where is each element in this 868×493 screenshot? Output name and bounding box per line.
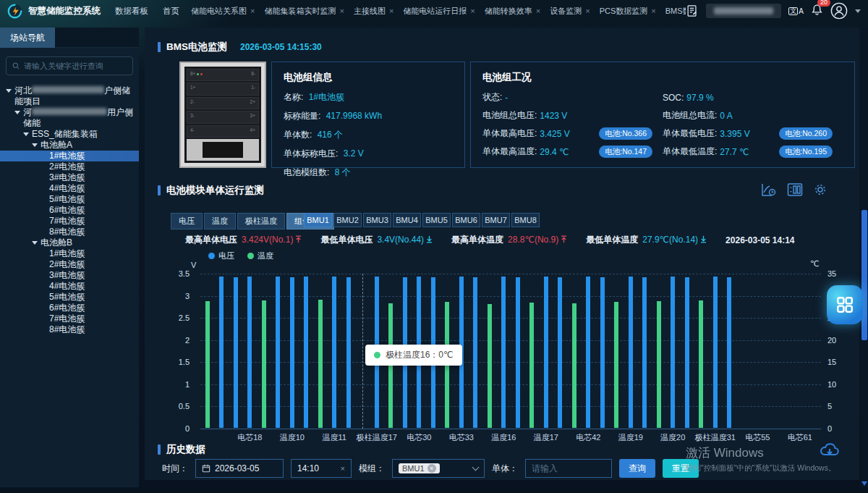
tree-item[interactable]: 3#电池簇	[0, 172, 139, 183]
nav-tab[interactable]: BMS数据查询×	[665, 6, 686, 17]
x-axis-label: 极柱温度31	[695, 432, 736, 443]
chart-bar	[290, 277, 294, 428]
avatar[interactable]	[830, 2, 848, 20]
tree-item[interactable]: 7#电池簇	[0, 216, 139, 227]
tree-caret-icon[interactable]	[23, 132, 29, 136]
tree-item[interactable]: 3#电池簇	[0, 270, 139, 281]
bmu-tab-BMU6[interactable]: BMU6	[452, 213, 480, 227]
cell-input[interactable]	[532, 463, 605, 473]
chart-stats-row: 最高单体电压3.424V(No.1)最低单体电压3.4V(No.44)最高单体温…	[185, 234, 795, 246]
close-tab-icon[interactable]: ×	[250, 7, 255, 15]
quick-panel-button[interactable]	[827, 285, 863, 324]
tree-item[interactable]: 2#电池簇	[0, 161, 139, 172]
tree-caret-icon[interactable]	[32, 143, 38, 147]
tree-caret-icon[interactable]	[14, 111, 20, 114]
close-tab-icon[interactable]: ×	[536, 7, 540, 15]
tree-item[interactable]: ESS_储能集装箱	[0, 129, 139, 140]
status-value: 27.7 ℃	[720, 147, 749, 157]
bmu-tab-BMU8[interactable]: BMU8	[511, 213, 540, 227]
report-icon[interactable]	[686, 4, 699, 17]
nav-tab[interactable]: 设备监测×	[550, 6, 590, 17]
stat-label: 最高单体温度	[451, 235, 503, 245]
station-selector[interactable]	[706, 4, 781, 18]
bmu-tab-BMU1[interactable]: BMU1	[304, 213, 332, 227]
tree-item[interactable]: 电池舱A	[0, 140, 139, 151]
tree-item[interactable]: 2#电池簇	[0, 259, 139, 270]
tree-item[interactable]: 河用户侧储能	[0, 107, 139, 129]
notifications-bell[interactable]: 20	[811, 4, 823, 19]
param-tab-极柱温度[interactable]: 极柱温度	[237, 213, 285, 229]
status-cell: SOC: 97.9 %	[663, 91, 843, 104]
nav-tab[interactable]: 储能电站运行日报×	[403, 6, 475, 17]
scrollbar-down-arrow-icon[interactable]	[861, 481, 867, 486]
tree-item[interactable]: 6#电池簇	[0, 205, 139, 216]
scrollbar-thumb[interactable]	[861, 210, 867, 340]
nav-tab[interactable]: 储能电站关系图×	[191, 6, 255, 17]
search-input[interactable]	[24, 62, 127, 70]
tree-item[interactable]: 7#电池簇	[0, 313, 139, 324]
tree-item[interactable]: 5#电池簇	[0, 194, 139, 205]
date-picker[interactable]: 2026-03-05	[195, 459, 284, 478]
tab-station-nav[interactable]: 场站导航	[0, 28, 55, 48]
tree-item[interactable]: 4#电池簇	[0, 281, 139, 292]
tree-caret-icon[interactable]	[32, 241, 38, 245]
tree-caret-icon[interactable]	[6, 89, 12, 93]
legend-电压[interactable]: 电压	[208, 250, 234, 261]
close-tab-icon[interactable]: ×	[389, 7, 393, 15]
close-tab-icon[interactable]: ×	[470, 7, 475, 15]
time-label: 时间：	[162, 463, 188, 475]
tree-item[interactable]: 电池舱B	[0, 237, 139, 248]
info-value: 8 个	[335, 167, 351, 177]
nav-tab[interactable]: 储能集装箱实时监测×	[264, 6, 344, 17]
battery-info-title: 电池组信息	[272, 62, 464, 84]
x-axis-label: 电芯18	[237, 432, 262, 443]
battery-status-panel: 电池组工况 状态: -SOC: 97.9 %电池组总电压: 1423 V电池组总…	[470, 62, 855, 168]
tree-item[interactable]: 8#电池簇	[0, 324, 139, 335]
menu-item[interactable]: 首页	[163, 6, 179, 17]
query-button[interactable]: 查询	[619, 459, 655, 478]
bmu-tab-BMU5[interactable]: BMU5	[422, 213, 451, 227]
module-label: 模组：	[359, 463, 385, 475]
menu-item[interactable]: 数据看板	[115, 6, 148, 17]
bmu-tab-BMU2[interactable]: BMU2	[333, 213, 362, 227]
close-tab-icon[interactable]: ×	[339, 7, 344, 15]
nav-tab[interactable]: PCS数据监测×	[600, 6, 656, 17]
x-axis-label: 温度20	[660, 432, 685, 443]
tree-item[interactable]: 河北户侧储能项目	[0, 85, 139, 107]
bmu-tab-BMU4[interactable]: BMU4	[393, 213, 421, 227]
tree-item[interactable]: 6#电池簇	[0, 303, 139, 313]
nav-tab-label: 主接线图	[354, 6, 386, 17]
tree-item[interactable]: 1#电池簇	[0, 151, 139, 161]
nav-tab[interactable]: 储能转换效率×	[485, 6, 540, 17]
x-axis-label: 温度16	[491, 432, 516, 443]
cloud-download-icon[interactable]	[819, 442, 841, 462]
close-tab-icon[interactable]: ×	[651, 7, 655, 15]
tree-item[interactable]: 4#电池簇	[0, 183, 139, 194]
translate-icon[interactable]: 文A	[788, 7, 804, 15]
tree-item[interactable]: 8#电池簇	[0, 227, 139, 237]
status-label: SOC:	[663, 93, 684, 103]
close-tab-icon[interactable]: ×	[585, 7, 590, 15]
time-picker[interactable]: 14:10 ×	[291, 459, 352, 478]
chart-x-labels: 电芯18温度10温度11极柱温度17电芯30电芯33温度16温度17电芯42温度…	[200, 432, 821, 442]
history-chart-icon[interactable]	[761, 182, 777, 197]
tree-item[interactable]: 1#电池簇	[0, 248, 139, 259]
nav-tab[interactable]: 主接线图×	[354, 6, 393, 17]
module-select[interactable]: BMU1 ×	[392, 459, 485, 478]
param-tab-电压[interactable]: 电压	[171, 213, 203, 229]
section-accent-bar	[158, 444, 161, 455]
chart-legend: 电压温度	[208, 250, 273, 261]
bmu-tab-BMU7[interactable]: BMU7	[482, 213, 510, 227]
tree-item[interactable]: 5#电池簇	[0, 292, 139, 303]
stat-label: 最高单体电压	[185, 235, 237, 245]
legend-温度[interactable]: 温度	[247, 250, 273, 261]
data-view-icon[interactable]	[787, 182, 803, 197]
cell-input-wrap	[525, 459, 612, 478]
user-menu-caret-icon[interactable]	[855, 9, 861, 13]
param-tab-温度[interactable]: 温度	[204, 213, 236, 229]
gear-icon[interactable]	[813, 182, 827, 197]
clear-time-icon[interactable]: ×	[341, 464, 345, 473]
remove-module-tag-icon[interactable]: ×	[427, 464, 436, 473]
chart-bar	[501, 277, 506, 428]
bmu-tab-BMU3[interactable]: BMU3	[363, 213, 391, 227]
